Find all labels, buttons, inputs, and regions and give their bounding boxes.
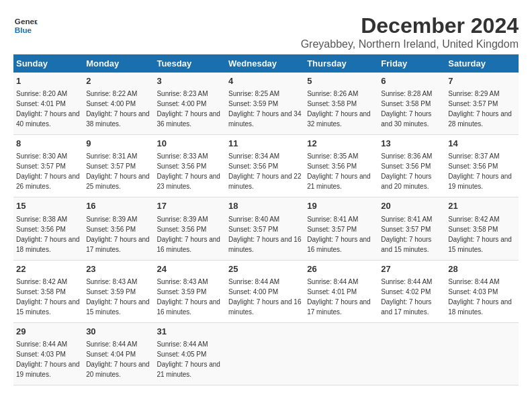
calendar-cell: 27Sunrise: 8:44 AMSunset: 4:02 PMDayligh… — [378, 260, 445, 322]
calendar-week-row: 15Sunrise: 8:38 AMSunset: 3:56 PMDayligh… — [13, 197, 519, 260]
logo-icon: General Blue — [13, 13, 38, 38]
calendar-cell: 30Sunrise: 8:44 AMSunset: 4:04 PMDayligh… — [83, 322, 154, 385]
calendar-cell: 23Sunrise: 8:43 AMSunset: 3:59 PMDayligh… — [83, 260, 154, 322]
calendar-cell: 29Sunrise: 8:44 AMSunset: 4:03 PMDayligh… — [13, 322, 83, 385]
calendar-cell: 17Sunrise: 8:39 AMSunset: 3:56 PMDayligh… — [154, 197, 226, 260]
day-number: 3 — [157, 75, 223, 87]
day-header-saturday: Saturday — [445, 54, 519, 73]
sunrise-info: Sunrise: 8:28 AMSunset: 3:58 PMDaylight:… — [381, 90, 432, 128]
calendar-cell: 31Sunrise: 8:44 AMSunset: 4:05 PMDayligh… — [154, 322, 226, 385]
sunrise-info: Sunrise: 8:29 AMSunset: 3:57 PMDaylight:… — [448, 90, 512, 128]
sunrise-info: Sunrise: 8:30 AMSunset: 3:57 PMDaylight:… — [16, 152, 80, 190]
day-number: 10 — [157, 138, 223, 150]
sunrise-info: Sunrise: 8:42 AMSunset: 3:58 PMDaylight:… — [16, 278, 80, 316]
day-header-tuesday: Tuesday — [154, 54, 226, 73]
day-number: 19 — [307, 200, 375, 212]
day-number: 7 — [448, 75, 516, 87]
main-title: December 2024 — [301, 13, 519, 38]
calendar-week-row: 29Sunrise: 8:44 AMSunset: 4:03 PMDayligh… — [13, 322, 519, 385]
calendar-cell: 7Sunrise: 8:29 AMSunset: 3:57 PMDaylight… — [445, 73, 519, 135]
day-number: 18 — [228, 200, 302, 212]
calendar-cell: 1Sunrise: 8:20 AMSunset: 4:01 PMDaylight… — [13, 73, 83, 135]
day-number: 25 — [228, 263, 302, 275]
sunrise-info: Sunrise: 8:44 AMSunset: 4:04 PMDaylight:… — [86, 340, 150, 378]
calendar-cell — [445, 322, 519, 385]
calendar-cell — [378, 322, 445, 385]
calendar-cell: 8Sunrise: 8:30 AMSunset: 3:57 PMDaylight… — [13, 135, 83, 197]
sunrise-info: Sunrise: 8:44 AMSunset: 4:03 PMDaylight:… — [448, 278, 512, 316]
calendar-cell: 4Sunrise: 8:25 AMSunset: 3:59 PMDaylight… — [226, 73, 304, 135]
sunrise-info: Sunrise: 8:25 AMSunset: 3:59 PMDaylight:… — [228, 90, 301, 128]
calendar-cell — [226, 322, 304, 385]
day-number: 28 — [448, 263, 516, 275]
header: General Blue December 2024 Greyabbey, No… — [13, 13, 519, 50]
calendar-cell — [304, 322, 378, 385]
sunrise-info: Sunrise: 8:41 AMSunset: 3:57 PMDaylight:… — [307, 216, 371, 253]
day-number: 1 — [16, 75, 81, 87]
calendar-body: 1Sunrise: 8:20 AMSunset: 4:01 PMDaylight… — [13, 73, 519, 385]
sunrise-info: Sunrise: 8:44 AMSunset: 4:01 PMDaylight:… — [307, 278, 371, 316]
day-number: 11 — [228, 138, 302, 150]
day-number: 15 — [16, 200, 81, 212]
sunrise-info: Sunrise: 8:39 AMSunset: 3:56 PMDaylight:… — [86, 216, 150, 253]
sunrise-info: Sunrise: 8:44 AMSunset: 4:05 PMDaylight:… — [157, 340, 220, 378]
calendar-cell: 26Sunrise: 8:44 AMSunset: 4:01 PMDayligh… — [304, 260, 378, 322]
day-number: 14 — [448, 138, 516, 150]
day-number: 16 — [86, 200, 151, 212]
calendar-cell: 14Sunrise: 8:37 AMSunset: 3:56 PMDayligh… — [445, 135, 519, 197]
sunrise-info: Sunrise: 8:39 AMSunset: 3:56 PMDaylight:… — [157, 216, 220, 253]
day-header-sunday: Sunday — [13, 54, 83, 73]
sunrise-info: Sunrise: 8:37 AMSunset: 3:56 PMDaylight:… — [448, 152, 512, 190]
calendar-cell: 11Sunrise: 8:34 AMSunset: 3:56 PMDayligh… — [226, 135, 304, 197]
sunrise-info: Sunrise: 8:43 AMSunset: 3:59 PMDaylight:… — [86, 278, 150, 316]
day-number: 26 — [307, 263, 375, 275]
calendar-cell: 10Sunrise: 8:33 AMSunset: 3:56 PMDayligh… — [154, 135, 226, 197]
subtitle: Greyabbey, Northern Ireland, United King… — [301, 38, 519, 50]
day-number: 29 — [16, 326, 81, 338]
sunrise-info: Sunrise: 8:43 AMSunset: 3:59 PMDaylight:… — [157, 278, 220, 316]
calendar-week-row: 8Sunrise: 8:30 AMSunset: 3:57 PMDaylight… — [13, 135, 519, 197]
day-header-thursday: Thursday — [304, 54, 378, 73]
svg-text:Blue: Blue — [15, 26, 32, 34]
svg-text:General: General — [15, 17, 38, 26]
calendar-cell: 18Sunrise: 8:40 AMSunset: 3:57 PMDayligh… — [226, 197, 304, 260]
calendar-cell: 20Sunrise: 8:41 AMSunset: 3:57 PMDayligh… — [378, 197, 445, 260]
calendar-week-row: 22Sunrise: 8:42 AMSunset: 3:58 PMDayligh… — [13, 260, 519, 322]
day-number: 5 — [307, 75, 375, 87]
day-number: 17 — [157, 200, 223, 212]
calendar-cell: 25Sunrise: 8:44 AMSunset: 4:00 PMDayligh… — [226, 260, 304, 322]
calendar-cell: 6Sunrise: 8:28 AMSunset: 3:58 PMDaylight… — [378, 73, 445, 135]
sunrise-info: Sunrise: 8:44 AMSunset: 4:00 PMDaylight:… — [228, 278, 301, 316]
calendar-cell: 16Sunrise: 8:39 AMSunset: 3:56 PMDayligh… — [83, 197, 154, 260]
calendar-cell: 5Sunrise: 8:26 AMSunset: 3:58 PMDaylight… — [304, 73, 378, 135]
calendar-cell: 15Sunrise: 8:38 AMSunset: 3:56 PMDayligh… — [13, 197, 83, 260]
logo: General Blue — [13, 13, 38, 38]
sunrise-info: Sunrise: 8:33 AMSunset: 3:56 PMDaylight:… — [157, 152, 220, 190]
calendar-header-row: SundayMondayTuesdayWednesdayThursdayFrid… — [13, 54, 519, 73]
day-number: 9 — [86, 138, 151, 150]
calendar-cell: 13Sunrise: 8:36 AMSunset: 3:56 PMDayligh… — [378, 135, 445, 197]
title-area: December 2024 Greyabbey, Northern Irelan… — [301, 13, 519, 50]
calendar-table: SundayMondayTuesdayWednesdayThursdayFrid… — [13, 54, 519, 385]
calendar-cell: 22Sunrise: 8:42 AMSunset: 3:58 PMDayligh… — [13, 260, 83, 322]
day-header-wednesday: Wednesday — [226, 54, 304, 73]
day-number: 20 — [381, 200, 443, 212]
sunrise-info: Sunrise: 8:34 AMSunset: 3:56 PMDaylight:… — [228, 152, 301, 190]
sunrise-info: Sunrise: 8:31 AMSunset: 3:57 PMDaylight:… — [86, 152, 150, 190]
calendar-cell: 9Sunrise: 8:31 AMSunset: 3:57 PMDaylight… — [83, 135, 154, 197]
sunrise-info: Sunrise: 8:44 AMSunset: 4:02 PMDaylight:… — [381, 278, 432, 316]
calendar-cell: 12Sunrise: 8:35 AMSunset: 3:56 PMDayligh… — [304, 135, 378, 197]
day-number: 13 — [381, 138, 443, 150]
day-number: 27 — [381, 263, 443, 275]
day-number: 6 — [381, 75, 443, 87]
calendar-cell: 21Sunrise: 8:42 AMSunset: 3:58 PMDayligh… — [445, 197, 519, 260]
sunrise-info: Sunrise: 8:38 AMSunset: 3:56 PMDaylight:… — [16, 216, 80, 253]
sunrise-info: Sunrise: 8:35 AMSunset: 3:56 PMDaylight:… — [307, 152, 371, 190]
day-number: 21 — [448, 200, 516, 212]
day-number: 22 — [16, 263, 81, 275]
calendar-cell: 24Sunrise: 8:43 AMSunset: 3:59 PMDayligh… — [154, 260, 226, 322]
calendar-cell: 2Sunrise: 8:22 AMSunset: 4:00 PMDaylight… — [83, 73, 154, 135]
calendar-week-row: 1Sunrise: 8:20 AMSunset: 4:01 PMDaylight… — [13, 73, 519, 135]
sunrise-info: Sunrise: 8:36 AMSunset: 3:56 PMDaylight:… — [381, 152, 432, 190]
sunrise-info: Sunrise: 8:42 AMSunset: 3:58 PMDaylight:… — [448, 216, 512, 253]
